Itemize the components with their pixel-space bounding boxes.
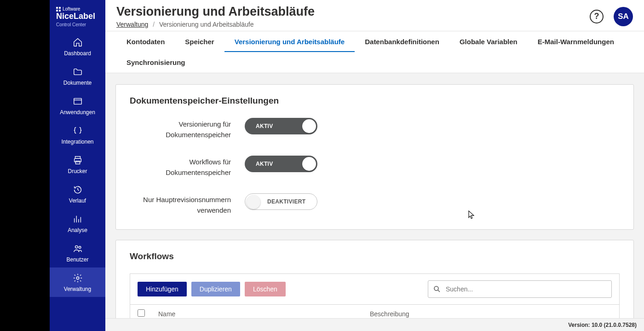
toggle-knob <box>302 157 316 171</box>
setting-versioning: Versionierung für Dokumentenspeicher AKT… <box>130 118 620 140</box>
column-description[interactable]: Beschreibung <box>370 310 612 318</box>
select-all-cell <box>138 309 158 318</box>
header-right: ? SA <box>590 7 633 26</box>
help-button[interactable]: ? <box>590 10 604 23</box>
setting-label: Nur Hauptrevisionsnummern verwenden <box>130 193 245 215</box>
breadcrumb-sep: / <box>153 21 155 28</box>
brand-top: Loftware <box>56 6 102 12</box>
toggle-knob <box>247 195 260 209</box>
sidebar-item-label: Anwendungen <box>60 109 95 116</box>
sidebar-item-dashboard[interactable]: Dashboard <box>50 32 105 61</box>
printer-icon <box>72 155 83 165</box>
nav: Dashboard Dokumente Anwendungen Integrat… <box>50 32 105 297</box>
setting-label: Versionierung für Dokumentenspeicher <box>130 118 245 140</box>
tab-account[interactable]: Kontodaten <box>116 31 175 52</box>
sidebar-item-label: Analyse <box>68 227 87 233</box>
search-icon <box>433 285 441 293</box>
black-strip <box>0 0 50 331</box>
toggle-workflows[interactable]: AKTIV <box>245 156 317 172</box>
main: Versionierung und Arbeitsabläufe Verwalt… <box>105 0 644 331</box>
tab-globals[interactable]: Globale Variablen <box>449 31 528 52</box>
sidebar-item-administration[interactable]: Verwaltung <box>50 267 105 297</box>
header-left: Versionierung und Arbeitsabläufe Verwalt… <box>116 5 590 28</box>
avatar[interactable]: SA <box>614 7 633 26</box>
brand-sub: Control Center <box>56 22 102 27</box>
svg-rect-0 <box>74 99 81 105</box>
breadcrumb: Verwaltung / Versionierung und Arbeitsab… <box>116 21 590 28</box>
gear-icon <box>72 273 83 283</box>
search-input[interactable] <box>446 285 607 293</box>
sidebar-item-documents[interactable]: Dokumente <box>50 61 105 91</box>
window-icon <box>72 96 83 106</box>
tabs: Kontodaten Speicher Versionierung und Ar… <box>105 31 644 73</box>
panel-title: Workflows <box>130 251 620 261</box>
workflows-toolbar: Hinzufügen Duplizieren Löschen <box>130 273 620 304</box>
content-scroll[interactable]: Dokumentenspeicher-Einstellungen Version… <box>105 73 644 318</box>
content-inner: Dokumentenspeicher-Einstellungen Version… <box>105 73 644 318</box>
folder-icon <box>72 67 83 77</box>
tab-email-alerts[interactable]: E-Mail-Warnmeldungen <box>528 31 624 52</box>
setting-main-revisions: Nur Hauptrevisionsnummern verwenden DEAK… <box>130 193 620 215</box>
sidebar-item-integrations[interactable]: Integrationen <box>50 120 105 150</box>
sidebar-item-label: Benutzer <box>66 256 88 263</box>
column-name[interactable]: Name <box>158 310 370 318</box>
home-icon <box>72 37 83 47</box>
table-header: Name Beschreibung <box>130 304 620 318</box>
brand: Loftware NiceLabel Control Center <box>50 0 105 32</box>
toggle-text: DEAKTIVIERT <box>267 198 305 205</box>
sidebar-item-printers[interactable]: Drucker <box>50 150 105 179</box>
sidebar-item-label: Drucker <box>68 168 87 174</box>
setting-workflows: Workflows für Dokumentenspeicher AKTIV <box>130 156 620 178</box>
header: Versionierung und Arbeitsabläufe Verwalt… <box>105 0 644 31</box>
add-button[interactable]: Hinzufügen <box>138 282 187 296</box>
tab-sync[interactable]: Synchronisierung <box>116 52 196 73</box>
toggle-knob <box>302 119 316 133</box>
search-box[interactable] <box>428 280 612 298</box>
sidebar-item-history[interactable]: Verlauf <box>50 179 105 209</box>
svg-point-6 <box>76 277 79 279</box>
history-icon <box>72 185 83 195</box>
page-title: Versionierung und Arbeitsabläufe <box>116 5 590 19</box>
sidebar-item-label: Dokumente <box>63 80 92 86</box>
version-label: Version: 10.0 (21.0.0.7528) <box>568 322 637 328</box>
sidebar-item-label: Verlauf <box>69 197 86 204</box>
breadcrumb-current: Versionierung und Arbeitsabläufe <box>159 21 253 28</box>
select-all-checkbox[interactable] <box>138 309 145 317</box>
chart-icon <box>72 214 83 224</box>
svg-point-4 <box>75 246 78 249</box>
users-icon <box>72 244 83 254</box>
braces-icon <box>72 126 83 136</box>
sidebar-item-label: Integrationen <box>61 139 93 145</box>
breadcrumb-root[interactable]: Verwaltung <box>116 21 148 28</box>
sidebar-item-label: Dashboard <box>64 50 91 57</box>
toggle-text: AKTIV <box>256 161 273 167</box>
panel-workflows: Workflows Hinzufügen Duplizieren Löschen <box>115 240 634 318</box>
footer: Version: 10.0 (21.0.0.7528) <box>105 318 644 331</box>
setting-label: Workflows für Dokumentenspeicher <box>130 156 245 178</box>
svg-rect-3 <box>75 161 80 164</box>
toggle-text: AKTIV <box>256 123 273 129</box>
tab-dbdefs[interactable]: Datenbankdefinitionen <box>355 31 449 52</box>
panel-title: Dokumentenspeicher-Einstellungen <box>130 96 620 106</box>
tab-storage[interactable]: Speicher <box>175 31 224 52</box>
sidebar-item-label: Verwaltung <box>64 286 91 292</box>
tab-versioning[interactable]: Versionierung und Arbeitsabläufe <box>224 31 355 52</box>
svg-point-5 <box>79 246 81 249</box>
duplicate-button[interactable]: Duplizieren <box>191 282 240 296</box>
sidebar-item-analytics[interactable]: Analyse <box>50 209 105 238</box>
sidebar: Loftware NiceLabel Control Center Dashbo… <box>50 0 105 331</box>
brand-main: NiceLabel <box>56 12 102 21</box>
toggle-versioning[interactable]: AKTIV <box>245 118 317 134</box>
delete-button[interactable]: Löschen <box>245 282 286 296</box>
panel-doc-storage-settings: Dokumentenspeicher-Einstellungen Version… <box>115 84 634 230</box>
sidebar-item-users[interactable]: Benutzer <box>50 238 105 267</box>
svg-point-7 <box>434 286 438 290</box>
toggle-main-revisions[interactable]: DEAKTIVIERT <box>245 193 317 210</box>
sidebar-item-applications[interactable]: Anwendungen <box>50 91 105 120</box>
